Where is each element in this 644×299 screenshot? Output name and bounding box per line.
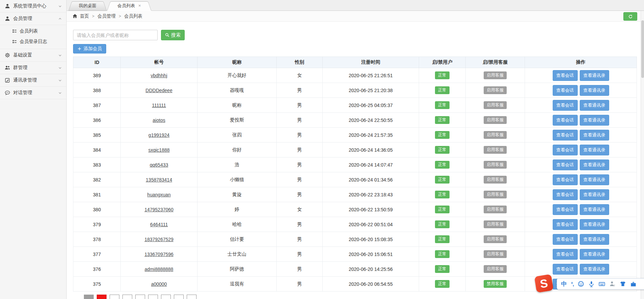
service-status-badge[interactable]: 启用客服: [484, 131, 507, 138]
view-contacts-button[interactable]: 查看通讯录: [580, 219, 609, 230]
breadcrumb-item[interactable]: 会员管理: [97, 14, 116, 19]
account-link[interactable]: vbdhhhj: [151, 73, 167, 78]
user-status-badge[interactable]: 正常: [435, 101, 450, 109]
sidebar-subitem[interactable]: 会员登录日志: [0, 36, 66, 47]
service-status-badge[interactable]: 禁用客服: [484, 280, 507, 287]
service-status-badge[interactable]: 启用客服: [484, 265, 507, 273]
view-session-button[interactable]: 查看会话: [553, 219, 578, 230]
user-status-badge[interactable]: 正常: [435, 191, 450, 198]
service-status-badge[interactable]: 启用客服: [484, 176, 507, 183]
pagination-page[interactable]: [122, 295, 132, 299]
account-link[interactable]: 18379267529: [144, 237, 174, 242]
user-status-badge[interactable]: 正常: [435, 206, 450, 213]
view-session-button[interactable]: 查看会话: [553, 234, 578, 245]
emoji-face-icon[interactable]: [578, 281, 584, 287]
user-status-badge[interactable]: 正常: [435, 250, 450, 258]
sogou-ime-logo[interactable]: S: [534, 274, 554, 293]
person-skin-icon[interactable]: 7: [609, 281, 616, 287]
service-status-badge[interactable]: 启用客服: [484, 86, 507, 94]
account-link[interactable]: 111111: [152, 103, 166, 108]
sidebar-item-2[interactable]: 基础设置: [0, 49, 66, 62]
view-contacts-button[interactable]: 查看通讯录: [580, 204, 609, 215]
view-contacts-button[interactable]: 查看通讯录: [580, 145, 609, 155]
view-contacts-button[interactable]: 查看通讯录: [580, 115, 609, 126]
toolbox-icon[interactable]: [630, 281, 637, 287]
pagination-page[interactable]: [187, 295, 197, 299]
user-status-badge[interactable]: 正常: [435, 86, 450, 94]
search-input[interactable]: [73, 30, 158, 40]
view-contacts-button[interactable]: 查看通讯录: [580, 264, 609, 275]
service-status-badge[interactable]: 启用客服: [484, 235, 507, 243]
view-session-button[interactable]: 查看会话: [553, 115, 578, 126]
scrollbar-track[interactable]: [641, 11, 644, 299]
sidebar-item-3[interactable]: 群管理: [0, 62, 66, 74]
view-contacts-button[interactable]: 查看通讯录: [580, 234, 609, 245]
pagination-page[interactable]: [161, 295, 171, 299]
service-status-badge[interactable]: 启用客服: [484, 206, 507, 213]
user-status-badge[interactable]: 正常: [435, 235, 450, 243]
sidebar-item-5[interactable]: 对话管理: [0, 87, 66, 99]
view-session-button[interactable]: 查看会话: [553, 70, 578, 81]
pagination-page[interactable]: [135, 295, 145, 299]
account-link[interactable]: aiotos: [153, 118, 165, 123]
pagination-page[interactable]: [174, 295, 184, 299]
breadcrumb-item[interactable]: 会员列表: [124, 14, 142, 19]
view-session-button[interactable]: 查看会话: [553, 130, 578, 141]
account-link[interactable]: 13367097596: [144, 252, 174, 257]
tab-close-icon[interactable]: ×: [138, 3, 141, 8]
view-contacts-button[interactable]: 查看通讯录: [580, 249, 609, 260]
view-session-button[interactable]: 查看会话: [553, 159, 578, 170]
view-session-button[interactable]: 查看会话: [553, 249, 578, 260]
user-status-badge[interactable]: 正常: [435, 131, 450, 138]
account-link[interactable]: 6464111: [150, 222, 168, 227]
view-contacts-button[interactable]: 查看通讯录: [580, 130, 609, 141]
sidebar-item-1[interactable]: 会员管理: [0, 13, 66, 25]
service-status-badge[interactable]: 启用客服: [484, 71, 507, 79]
view-session-button[interactable]: 查看会话: [553, 174, 578, 185]
breadcrumb-item[interactable]: 首页: [80, 14, 89, 19]
user-status-badge[interactable]: 正常: [435, 71, 450, 79]
user-status-badge[interactable]: 正常: [435, 116, 450, 124]
refresh-button[interactable]: [623, 12, 637, 21]
view-session-button[interactable]: 查看会话: [553, 85, 578, 96]
view-contacts-button[interactable]: 查看通讯录: [580, 174, 609, 185]
service-status-badge[interactable]: 启用客服: [484, 161, 507, 168]
pagination-page[interactable]: [110, 295, 119, 299]
service-status-badge[interactable]: 启用客服: [484, 250, 507, 258]
service-status-badge[interactable]: 启用客服: [484, 220, 507, 228]
view-contacts-button[interactable]: 查看通讯录: [580, 189, 609, 200]
account-link[interactable]: sxqic1888: [148, 147, 169, 153]
user-status-badge[interactable]: 正常: [435, 265, 450, 273]
account-link[interactable]: 14795237060: [144, 207, 174, 212]
view-session-button[interactable]: 查看会话: [553, 189, 578, 200]
add-member-button[interactable]: 添加会员: [73, 44, 106, 54]
scrollbar-thumb[interactable]: [641, 20, 644, 78]
service-status-badge[interactable]: 启用客服: [484, 101, 507, 109]
user-status-badge[interactable]: 正常: [435, 146, 450, 153]
ime-chinese-mode[interactable]: 中: [561, 280, 567, 288]
view-contacts-button[interactable]: 查看通讯录: [580, 70, 609, 81]
sidebar-item-0[interactable]: 系统管理员中心: [0, 0, 66, 13]
account-link[interactable]: qq65433: [150, 162, 168, 168]
user-status-badge[interactable]: 正常: [435, 280, 450, 287]
shirt-skin-icon[interactable]: [620, 281, 626, 287]
keyboard-icon[interactable]: [599, 281, 605, 287]
view-contacts-button[interactable]: 查看通讯录: [580, 159, 609, 170]
sidebar-item-4[interactable]: 通讯录管理: [0, 74, 66, 87]
microphone-icon[interactable]: [588, 281, 595, 287]
user-status-badge[interactable]: 正常: [435, 176, 450, 183]
search-button[interactable]: 搜索: [161, 30, 185, 40]
view-session-button[interactable]: 查看会话: [553, 100, 578, 111]
view-session-button[interactable]: 查看会话: [553, 145, 578, 155]
service-status-badge[interactable]: 启用客服: [484, 191, 507, 198]
service-status-badge[interactable]: 启用客服: [484, 146, 507, 153]
tab-0[interactable]: 我的桌面: [71, 1, 104, 10]
account-link[interactable]: g1991924: [148, 132, 169, 138]
view-contacts-button[interactable]: 查看通讯录: [580, 100, 609, 111]
pagination-prev[interactable]: [84, 295, 94, 299]
service-status-badge[interactable]: 启用客服: [484, 116, 507, 124]
account-link[interactable]: 1358783414: [146, 177, 172, 183]
sidebar-subitem[interactable]: 会员列表: [0, 26, 66, 36]
account-link[interactable]: admi8888888: [145, 266, 174, 272]
account-link[interactable]: huangxuan: [147, 192, 170, 197]
